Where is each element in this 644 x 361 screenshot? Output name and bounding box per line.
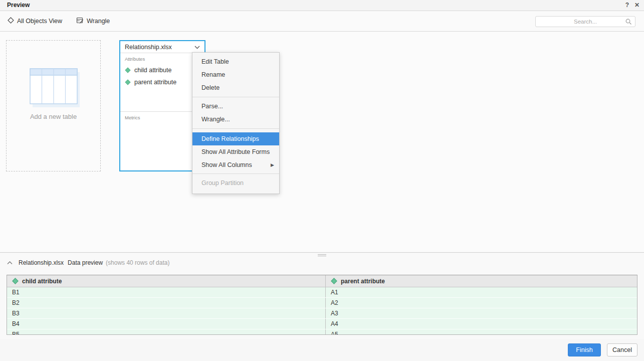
menu-item-wrangle[interactable]: Wrangle...	[192, 113, 279, 126]
table-cell: A3	[325, 308, 637, 318]
menu-group: Edit Table Rename Delete	[192, 53, 279, 97]
preview-table-name: Relationship.xlsx	[19, 259, 64, 266]
attribute-item[interactable]: child attribute	[125, 67, 200, 74]
column-header-parent-attribute[interactable]: parent attribute	[325, 275, 637, 287]
search-box[interactable]	[535, 16, 635, 27]
column-header-label: parent attribute	[341, 278, 385, 285]
attribute-diamond-icon	[331, 278, 337, 284]
attribute-label: child attribute	[134, 67, 171, 74]
window-title: Preview	[7, 0, 30, 11]
menu-item-define-relationships[interactable]: Define Relationships	[192, 132, 279, 145]
menu-item-label: Show All Columns	[201, 161, 252, 168]
menu-group: Define Relationships Show All Attribute …	[192, 128, 279, 173]
context-menu: Edit Table Rename Delete Parse... Wrangl…	[192, 52, 280, 194]
cancel-button[interactable]: Cancel	[607, 343, 637, 356]
search-icon	[625, 19, 632, 25]
table-row: B3 A3	[7, 308, 637, 319]
preview-rows-note: (shows 40 rows of data)	[106, 259, 169, 266]
table-cell: B4	[7, 319, 325, 329]
metrics-label: Metrics	[125, 115, 200, 120]
table-cell: B2	[7, 298, 325, 308]
menu-item-parse[interactable]: Parse...	[192, 100, 279, 113]
data-preview-table: child attribute parent attribute B1 A1 B…	[7, 275, 637, 335]
table-row: B4 A4	[7, 319, 637, 329]
menu-item-show-all-columns[interactable]: Show All Columns ▶	[192, 158, 279, 171]
table-cell: A4	[325, 319, 637, 329]
table-cell: B1	[7, 287, 325, 297]
preview-section-label: Data preview	[68, 259, 103, 266]
diamond-outline-icon	[8, 17, 14, 25]
add-table-placeholder[interactable]: Add a new table	[6, 40, 101, 171]
help-icon[interactable]: ?	[625, 0, 629, 11]
attribute-diamond-icon	[125, 67, 131, 73]
table-placeholder-icon	[29, 67, 80, 110]
wrangle-label: Wrangle	[87, 18, 110, 25]
attribute-item[interactable]: parent attribute	[125, 79, 200, 86]
attribute-label: parent attribute	[134, 79, 176, 86]
wrangle-button[interactable]: Wrangle	[76, 11, 110, 31]
menu-group: Group Partition	[192, 173, 279, 194]
attribute-diamond-icon	[125, 79, 131, 85]
attributes-label: Attributes	[125, 56, 200, 62]
all-objects-view-label: All Objects View	[17, 18, 62, 25]
splitter-handle[interactable]	[318, 253, 326, 257]
collapse-chevron-icon[interactable]	[7, 261, 13, 265]
column-header-label: child attribute	[22, 278, 62, 285]
table-cell: A5	[325, 329, 637, 335]
footer: Finish Cancel	[0, 339, 644, 361]
table-header-row: child attribute parent attribute	[7, 275, 637, 287]
menu-item-show-all-attribute-forms[interactable]: Show All Attribute Forms	[192, 145, 279, 158]
table-cell: A1	[325, 287, 637, 297]
menu-item-rename[interactable]: Rename	[192, 68, 279, 81]
chevron-down-icon[interactable]	[194, 46, 200, 49]
attribute-diamond-icon	[12, 278, 19, 284]
search-input[interactable]	[536, 17, 635, 27]
menu-group: Parse... Wrangle...	[192, 97, 279, 128]
table-cell: B3	[7, 308, 325, 318]
table-row: B5 A5	[7, 329, 637, 335]
submenu-arrow-icon: ▶	[271, 158, 274, 171]
table-row: B2 A2	[7, 298, 637, 308]
data-preview-section: Relationship.xlsx Data preview (shows 40…	[0, 253, 644, 339]
menu-item-group-partition: Group Partition	[192, 176, 279, 190]
window-titlebar: Preview ? ✕	[0, 0, 644, 11]
table-cell: A2	[325, 298, 637, 308]
table-card-title: Relationship.xlsx	[125, 44, 172, 51]
table-card-header[interactable]: Relationship.xlsx	[120, 41, 204, 53]
column-header-child-attribute[interactable]: child attribute	[7, 275, 325, 287]
all-objects-view-button[interactable]: All Objects View	[8, 11, 62, 31]
menu-item-delete[interactable]: Delete	[192, 81, 279, 94]
toolbar: All Objects View Wrangle	[0, 11, 644, 32]
add-table-label: Add a new table	[7, 113, 100, 120]
close-icon[interactable]: ✕	[634, 0, 639, 11]
wrangle-icon	[76, 17, 84, 26]
data-preview-header: Relationship.xlsx Data preview (shows 40…	[7, 259, 169, 266]
menu-item-edit-table[interactable]: Edit Table	[192, 55, 279, 68]
table-cell: B5	[7, 329, 325, 335]
finish-button[interactable]: Finish	[568, 343, 601, 356]
table-row: B1 A1	[7, 287, 637, 298]
